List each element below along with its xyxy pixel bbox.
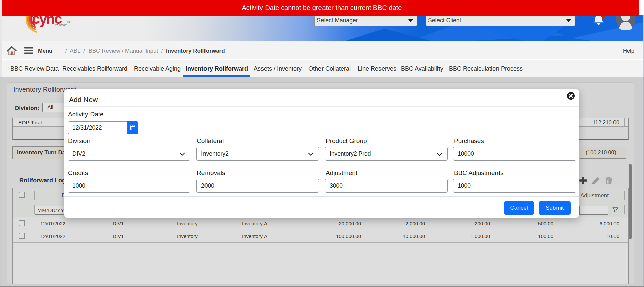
svg-text:®: ®: [67, 20, 70, 24]
svg-text:It's Smart: It's Smart: [55, 23, 67, 27]
